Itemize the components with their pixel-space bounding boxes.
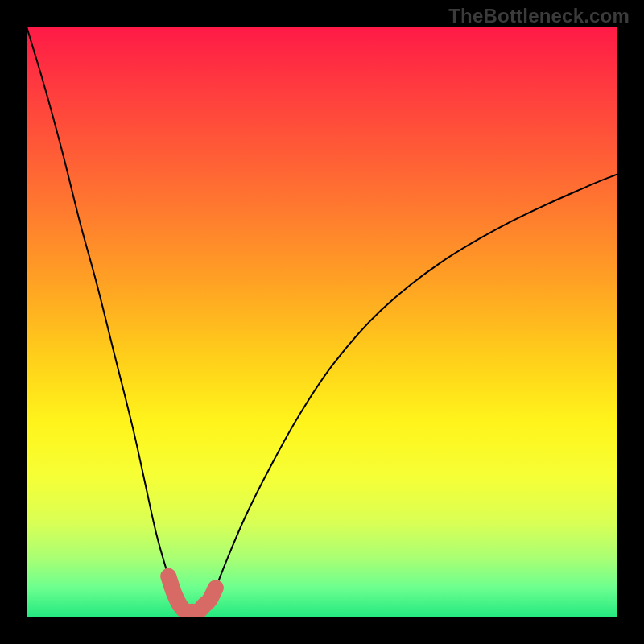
curve-layer	[27, 27, 617, 617]
bottleneck-curve-path	[27, 27, 617, 612]
source-attribution: TheBottleneck.com	[448, 5, 630, 27]
plot-area	[27, 27, 617, 617]
chart-stage: TheBottleneck.com	[0, 0, 644, 644]
bottom-highlight-path	[168, 576, 216, 613]
